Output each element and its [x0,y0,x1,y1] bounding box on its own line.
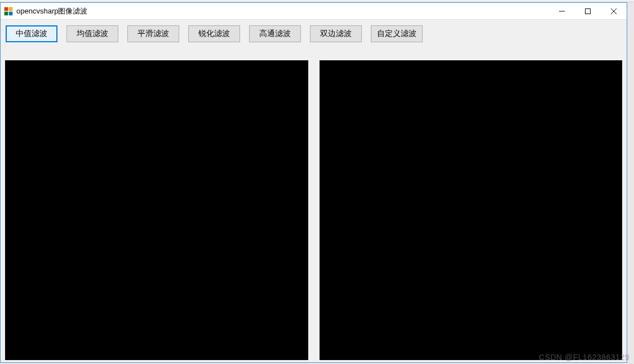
custom-filter-button[interactable]: 自定义滤波 [371,25,423,42]
svg-rect-2 [5,12,8,15]
highpass-filter-button[interactable]: 高通滤波 [249,25,301,42]
minimize-button[interactable] [549,3,575,20]
median-filter-button[interactable]: 中值滤波 [6,25,57,42]
svg-rect-1 [9,7,12,11]
result-image-panel [320,60,623,360]
close-icon [611,8,617,14]
maximize-button[interactable] [575,3,601,20]
filter-toolbar: 中值滤波 均值滤波 平滑滤波 锐化滤波 高通滤波 双边滤波 自定义滤波 [1,20,627,47]
maximize-icon [585,8,591,14]
window-title: opencvsharp图像滤波 [16,6,87,16]
watermark: CSDN @FL1623863129 [539,353,629,362]
app-window: opencvsharp图像滤波 中值滤波 均值滤波 平滑滤波 锐化滤波 高通滤波… [0,2,627,363]
mean-filter-button[interactable]: 均值滤波 [66,25,118,42]
source-image-panel [5,60,308,360]
svg-rect-5 [586,9,591,14]
app-icon [4,7,13,16]
window-controls [549,3,627,19]
sharpen-filter-button[interactable]: 锐化滤波 [188,25,240,42]
minimize-icon [559,8,565,14]
titlebar[interactable]: opencvsharp图像滤波 [1,3,627,20]
close-button[interactable] [601,3,627,20]
image-area [1,47,627,362]
svg-rect-0 [5,7,8,11]
svg-rect-3 [9,12,12,15]
bilateral-filter-button[interactable]: 双边滤波 [310,25,362,42]
smooth-filter-button[interactable]: 平滑滤波 [127,25,179,42]
